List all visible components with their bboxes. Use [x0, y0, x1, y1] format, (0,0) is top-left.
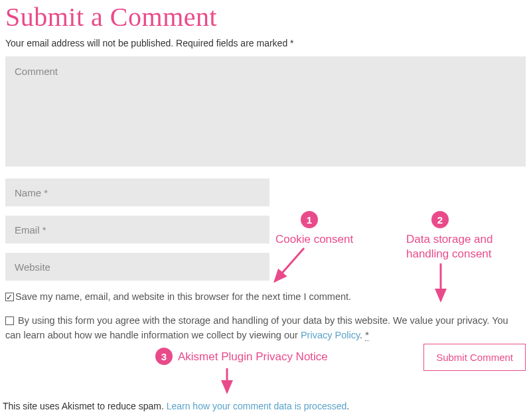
- annotation-2-badge: 2: [431, 211, 449, 228]
- akismet-link[interactable]: Learn how your comment data is processed: [167, 401, 347, 411]
- annotation-2-number: 2: [431, 211, 449, 228]
- annotation-1-number: 1: [301, 211, 318, 228]
- page-title: Submit a Comment: [5, 0, 526, 38]
- comment-textarea[interactable]: [5, 56, 526, 167]
- cookie-consent-row: Save my name, email, and website in this…: [5, 290, 526, 305]
- email-input[interactable]: [5, 216, 269, 244]
- cookie-consent-label: Save my name, email, and website in this…: [15, 291, 351, 302]
- annotation-3-arrow-icon: [218, 367, 238, 399]
- privacy-policy-link[interactable]: Privacy Policy: [301, 330, 360, 340]
- annotation-3-badge: 3: [155, 348, 173, 365]
- annotation-2-label: Data storage and handling consent: [406, 232, 519, 261]
- name-input[interactable]: [5, 178, 269, 206]
- annotation-3-label: Akismet Plugin Privacy Notice: [178, 350, 328, 364]
- website-input[interactable]: [5, 253, 269, 281]
- required-asterisk: *: [365, 330, 369, 341]
- required-notice: Your email address will not be published…: [5, 38, 526, 48]
- annotation-1-label: Cookie consent: [275, 232, 353, 247]
- storage-consent-row: By using this form you agree with the st…: [5, 314, 526, 343]
- annotation-1-arrow-icon: [266, 245, 312, 292]
- akismet-suffix: .: [346, 401, 349, 411]
- storage-consent-suffix: .: [360, 330, 365, 340]
- annotation-3-number: 3: [155, 348, 173, 365]
- submit-comment-button[interactable]: Submit Comment: [423, 344, 526, 371]
- annotation-1-badge: 1: [301, 211, 318, 228]
- storage-consent-prefix: By using this form you agree with the st…: [5, 315, 508, 340]
- storage-consent-checkbox[interactable]: [5, 316, 14, 325]
- cookie-consent-checkbox[interactable]: [5, 293, 14, 301]
- svg-line-0: [275, 248, 304, 281]
- akismet-prefix: This site uses Akismet to reduce spam.: [3, 401, 167, 411]
- akismet-notice: This site uses Akismet to reduce spam. L…: [3, 401, 349, 411]
